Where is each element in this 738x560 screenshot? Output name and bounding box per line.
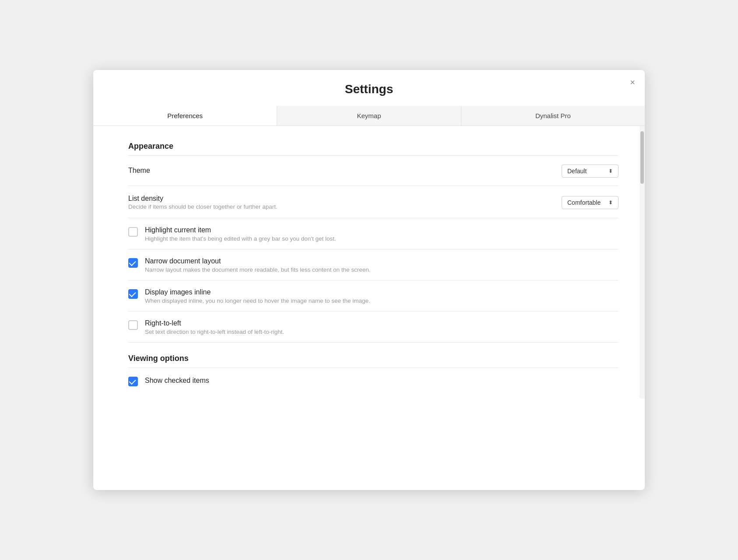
highlight-current-item-checkbox[interactable] bbox=[128, 227, 138, 237]
theme-label: Theme bbox=[128, 167, 150, 175]
display-images-inline-text: Display images inline When displayed inl… bbox=[145, 288, 370, 304]
scrollbar-track bbox=[640, 126, 645, 399]
show-checked-items-checkbox[interactable] bbox=[128, 377, 138, 386]
theme-value: Default bbox=[567, 168, 587, 175]
highlight-current-item-label: Highlight current item bbox=[145, 226, 336, 234]
tab-keymap[interactable]: Keymap bbox=[277, 106, 461, 126]
display-images-inline-desc: When displayed inline, you no longer nee… bbox=[145, 298, 370, 304]
scrollbar-thumb[interactable] bbox=[640, 131, 644, 184]
right-to-left-desc: Set text direction to right-to-left inst… bbox=[145, 329, 284, 335]
appearance-section-title: Appearance bbox=[128, 138, 619, 151]
theme-label-group: Theme bbox=[128, 167, 150, 175]
tab-preferences[interactable]: Preferences bbox=[93, 106, 277, 126]
tab-dynalist-pro[interactable]: Dynalist Pro bbox=[461, 106, 645, 126]
right-to-left-text: Right-to-left Set text direction to righ… bbox=[145, 319, 284, 335]
viewing-options-section-title: Viewing options bbox=[128, 350, 619, 363]
show-checked-items-row: Show checked items bbox=[128, 368, 619, 386]
narrow-document-layout-checkbox-wrap bbox=[128, 258, 138, 268]
narrow-document-layout-text: Narrow document layout Narrow layout mak… bbox=[145, 257, 371, 273]
highlight-current-item-desc: Highlight the item that's being edited w… bbox=[145, 235, 336, 242]
display-images-inline-checkbox[interactable] bbox=[128, 289, 138, 299]
list-density-row: List density Decide if items should be c… bbox=[128, 186, 619, 218]
list-density-select[interactable]: Comfortable ⬍ bbox=[562, 196, 619, 209]
display-images-inline-row: Display images inline When displayed inl… bbox=[128, 280, 619, 312]
theme-select[interactable]: Default ⬍ bbox=[562, 164, 619, 178]
narrow-document-layout-label: Narrow document layout bbox=[145, 257, 371, 265]
narrow-document-layout-row: Narrow document layout Narrow layout mak… bbox=[128, 249, 619, 280]
viewing-options-section: Viewing options Show checked items bbox=[128, 350, 619, 386]
right-to-left-label: Right-to-left bbox=[145, 319, 284, 327]
main-content: Appearance Theme Default ⬍ List density … bbox=[93, 126, 640, 399]
highlight-current-item-checkbox-wrap bbox=[128, 227, 138, 237]
show-checked-items-label: Show checked items bbox=[145, 377, 209, 385]
chevron-down-icon: ⬍ bbox=[608, 200, 613, 206]
list-density-label-group: List density Decide if items should be c… bbox=[128, 195, 278, 210]
highlight-current-item-text: Highlight current item Highlight the ite… bbox=[145, 226, 336, 242]
content-area: Appearance Theme Default ⬍ List density … bbox=[93, 126, 645, 399]
list-density-label: List density bbox=[128, 195, 278, 203]
right-to-left-row: Right-to-left Set text direction to righ… bbox=[128, 312, 619, 343]
show-checked-items-checkbox-wrap bbox=[128, 377, 138, 386]
right-to-left-checkbox-wrap bbox=[128, 320, 138, 330]
dialog-title: Settings bbox=[93, 70, 645, 106]
show-checked-items-text: Show checked items bbox=[145, 377, 209, 386]
theme-row: Theme Default ⬍ bbox=[128, 156, 619, 186]
list-density-desc: Decide if items should be closer togethe… bbox=[128, 203, 278, 210]
narrow-document-layout-checkbox[interactable] bbox=[128, 258, 138, 268]
display-images-inline-label: Display images inline bbox=[145, 288, 370, 296]
display-images-inline-checkbox-wrap bbox=[128, 289, 138, 299]
highlight-current-item-row: Highlight current item Highlight the ite… bbox=[128, 218, 619, 249]
tab-bar: Preferences Keymap Dynalist Pro bbox=[93, 106, 645, 126]
narrow-document-layout-desc: Narrow layout makes the document more re… bbox=[145, 266, 371, 273]
settings-dialog: × Settings Preferences Keymap Dynalist P… bbox=[93, 70, 645, 490]
list-density-value: Comfortable bbox=[567, 199, 601, 206]
close-button[interactable]: × bbox=[630, 78, 635, 87]
right-to-left-checkbox[interactable] bbox=[128, 320, 138, 330]
chevron-down-icon: ⬍ bbox=[608, 168, 613, 174]
